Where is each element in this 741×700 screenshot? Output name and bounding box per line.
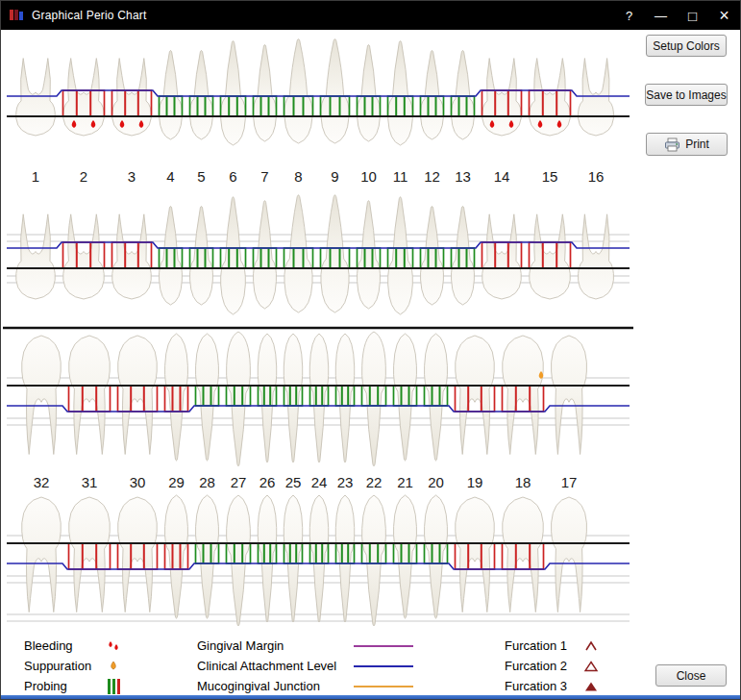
tooth-number-32: 32 — [29, 474, 54, 490]
tooth-number-11: 11 — [388, 168, 413, 185]
close-button[interactable]: Close — [655, 664, 727, 687]
lower-lingual-chart — [1, 493, 635, 636]
lower-facial-chart — [1, 330, 635, 474]
save-to-images-button[interactable]: Save to Images — [645, 84, 728, 106]
tooth-number-22: 22 — [361, 474, 386, 490]
tooth-number-17: 17 — [556, 474, 581, 490]
legend-column-furcation: Furcation 1 Furcation 2 Furcation 3 — [505, 636, 599, 696]
tooth-number-12: 12 — [420, 168, 445, 185]
tooth-number-7: 7 — [253, 168, 278, 185]
legend-probing-label: Probing — [24, 679, 107, 693]
tooth-number-25: 25 — [281, 474, 306, 490]
tooth-number-13: 13 — [451, 168, 476, 185]
tooth-number-18: 18 — [510, 474, 535, 490]
tooth-number-21: 21 — [393, 474, 418, 490]
tooth-number-6: 6 — [221, 168, 246, 185]
setup-colors-button[interactable]: Setup Colors — [646, 35, 727, 57]
legend-gingival-margin-label: Gingival Margin — [197, 638, 354, 653]
close-window-button[interactable]: × — [708, 1, 740, 30]
tooth-number-15: 15 — [537, 168, 562, 185]
window-controls: ? — □ × — [613, 1, 740, 30]
legend-bleeding-label: Bleeding — [24, 638, 107, 653]
print-button-label: Print — [685, 138, 709, 151]
suppuration-icon — [107, 660, 120, 673]
tooth-number-19: 19 — [462, 474, 487, 490]
furcation-3-icon — [583, 681, 599, 692]
legend: Bleeding Suppuration Probing — [1, 636, 635, 697]
maximize-button[interactable]: □ — [677, 1, 708, 30]
cal-line-swatch — [354, 665, 413, 667]
mgj-line-swatch — [354, 686, 413, 688]
legend-column-lines: Gingival Margin Clinical Attachment Leve… — [197, 636, 413, 696]
tooth-number-31: 31 — [77, 474, 102, 490]
tooth-number-24: 24 — [307, 474, 332, 490]
tooth-number-8: 8 — [286, 168, 311, 185]
tooth-number-30: 30 — [125, 474, 150, 490]
legend-cal-label: Clinical Attachment Level — [197, 659, 354, 673]
tooth-number-27: 27 — [226, 474, 251, 490]
window-title: Graphical Perio Chart — [32, 9, 147, 22]
upper-tooth-numbers: 12345678910111213141516 — [1, 168, 635, 189]
bleeding-icon — [107, 639, 120, 653]
upper-lingual-chart — [1, 189, 635, 330]
tooth-number-10: 10 — [357, 168, 382, 185]
tooth-number-9: 9 — [323, 168, 348, 185]
help-button[interactable]: ? — [613, 1, 645, 30]
tooth-number-1: 1 — [23, 168, 48, 185]
furcation-2-icon — [583, 661, 599, 672]
legend-suppuration-label: Suppuration — [24, 659, 107, 673]
legend-mgj-label: Mucogingival Junction — [197, 679, 354, 693]
tooth-number-14: 14 — [489, 168, 514, 185]
legend-furcation1-label: Furcation 1 — [505, 638, 583, 653]
tooth-number-2: 2 — [71, 168, 96, 185]
lower-tooth-numbers: 32313029282726252423222120191817 — [1, 474, 635, 493]
tooth-number-26: 26 — [255, 474, 280, 490]
window-bottom-border — [1, 695, 740, 699]
tooth-number-29: 29 — [164, 474, 189, 490]
titlebar: Graphical Perio Chart ? — □ × — [1, 1, 740, 30]
gingival-margin-line-swatch — [354, 645, 413, 647]
furcation-1-icon — [583, 640, 599, 652]
tooth-number-3: 3 — [119, 168, 144, 185]
tooth-number-23: 23 — [333, 474, 358, 490]
tooth-number-28: 28 — [195, 474, 220, 490]
printer-icon — [664, 138, 680, 152]
tooth-number-4: 4 — [159, 168, 184, 185]
legend-furcation2-label: Furcation 2 — [505, 659, 583, 673]
print-button[interactable]: Print — [646, 133, 728, 156]
minimize-button[interactable]: — — [645, 1, 677, 30]
probing-icon — [107, 678, 121, 695]
tooth-number-20: 20 — [424, 474, 449, 490]
perio-chart-window: Graphical Perio Chart ? — □ × 1234567891… — [0, 0, 741, 700]
app-icon — [9, 8, 24, 23]
tooth-number-16: 16 — [583, 168, 608, 185]
legend-furcation3-label: Furcation 3 — [505, 679, 583, 693]
legend-column-marks: Bleeding Suppuration Probing — [24, 636, 121, 696]
tooth-number-5: 5 — [189, 168, 214, 185]
upper-facial-chart — [1, 30, 635, 168]
